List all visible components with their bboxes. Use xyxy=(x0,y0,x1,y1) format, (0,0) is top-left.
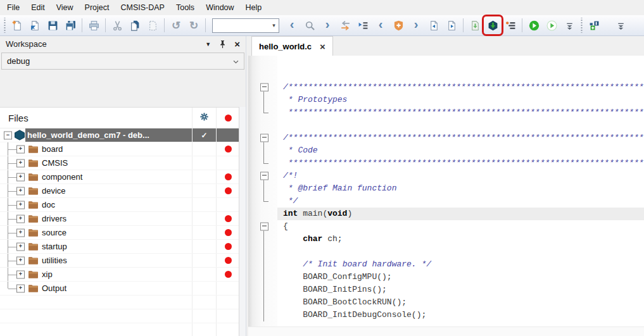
overflow-button[interactable] xyxy=(612,17,629,34)
print-button[interactable] xyxy=(85,17,102,34)
code-line-12[interactable]: { xyxy=(248,220,644,233)
redo-button[interactable]: ↻ xyxy=(186,17,202,34)
code-line-11[interactable]: int main(void) xyxy=(248,208,644,220)
next-bookmark-button[interactable]: › xyxy=(408,17,424,34)
expand-icon[interactable]: + xyxy=(16,228,25,237)
collapse-icon[interactable]: − xyxy=(4,131,12,139)
settings-column-header[interactable] xyxy=(192,108,216,128)
find-previous-button[interactable]: ‹ xyxy=(284,17,300,34)
code-view[interactable]: /***************************************… xyxy=(248,56,644,327)
fold-margin-cell[interactable] xyxy=(248,81,277,94)
menu-item-project[interactable]: Project xyxy=(79,1,115,14)
go-button[interactable] xyxy=(526,17,542,34)
download-and-debug-button[interactable] xyxy=(484,17,501,34)
menu-item-help[interactable]: Help xyxy=(240,1,268,14)
overflow-button[interactable] xyxy=(561,17,578,34)
fold-collapse-icon[interactable] xyxy=(260,223,268,231)
expand-icon[interactable]: + xyxy=(16,187,25,195)
code-line-5[interactable]: /***************************************… xyxy=(248,132,644,144)
code-line-16[interactable]: BOARD_ConfigMPU(); xyxy=(248,271,644,283)
next-bookmark-in-file-button[interactable] xyxy=(443,17,460,34)
code-line-2[interactable]: * Prototypes xyxy=(248,94,644,106)
code-line-8[interactable]: /*! xyxy=(248,170,644,182)
menu-item-cmsis-dap[interactable]: CMSIS-DAP xyxy=(115,1,170,14)
expand-icon[interactable]: + xyxy=(16,242,25,251)
tree-row-doc[interactable]: +doc xyxy=(0,198,239,212)
tree-row-drivers[interactable]: +drivers xyxy=(0,212,239,226)
fold-collapse-icon[interactable] xyxy=(260,134,268,142)
cut-button[interactable] xyxy=(109,17,125,34)
fold-margin-cell[interactable] xyxy=(248,220,277,233)
tree-row-source[interactable]: +source xyxy=(0,226,239,240)
find-next-button[interactable]: › xyxy=(319,17,336,34)
expand-icon[interactable]: + xyxy=(16,159,25,167)
copy-button[interactable] xyxy=(127,17,143,34)
expand-icon[interactable]: + xyxy=(16,173,25,181)
code-line-10[interactable]: */ xyxy=(248,195,644,208)
code-line-4[interactable] xyxy=(248,119,644,132)
tree-row-board[interactable]: +board xyxy=(0,142,239,156)
panel-menu-dropdown-icon[interactable]: ▼ xyxy=(205,41,211,47)
tree-row-xip[interactable]: +xip xyxy=(0,268,239,282)
code-line-6[interactable]: * Code xyxy=(248,144,644,157)
menu-item-window[interactable]: Window xyxy=(200,1,239,14)
expand-icon[interactable]: + xyxy=(16,215,25,223)
search-input[interactable] xyxy=(213,21,269,30)
code-line-19[interactable]: BOARD_InitDebugConsole(); xyxy=(248,309,644,321)
fold-margin-cell[interactable] xyxy=(248,132,277,144)
close-icon[interactable]: × xyxy=(234,39,240,49)
toolbar-gripper[interactable] xyxy=(580,18,583,33)
code-line-13[interactable]: char ch; xyxy=(248,233,644,246)
menu-item-file[interactable]: File xyxy=(1,1,25,14)
tree-row-component[interactable]: +component xyxy=(0,170,239,184)
fold-collapse-icon[interactable] xyxy=(260,84,268,92)
code-line-3[interactable]: ****************************************… xyxy=(248,106,644,119)
project-settings-cell[interactable]: ✓ xyxy=(192,128,216,142)
toolbar-gripper[interactable] xyxy=(3,18,6,33)
configuration-dropdown[interactable]: debug xyxy=(1,53,244,70)
fold-margin-cell[interactable] xyxy=(248,170,277,182)
expand-icon[interactable]: + xyxy=(16,284,25,292)
code-line-1[interactable]: /***************************************… xyxy=(248,81,644,94)
new-document-button[interactable] xyxy=(9,17,25,34)
previous-bookmark-button[interactable]: ‹ xyxy=(372,17,389,34)
expand-icon[interactable]: + xyxy=(16,201,25,209)
download-button[interactable] xyxy=(467,17,483,34)
code-line-15[interactable]: /* Init board hardware. */ xyxy=(248,258,644,271)
tab-hello-world-c[interactable]: hello_world.c × xyxy=(251,36,333,56)
code-line-7[interactable]: ****************************************… xyxy=(248,157,644,170)
tree-row-output[interactable]: +Output xyxy=(0,282,239,296)
run-button[interactable] xyxy=(543,17,560,34)
menu-item-edit[interactable]: Edit xyxy=(25,1,51,14)
code-line-17[interactable]: BOARD_InitPins(); xyxy=(248,283,644,296)
status-column-header[interactable] xyxy=(216,108,239,128)
paste-button[interactable] xyxy=(144,17,161,34)
tree-row-project[interactable]: −hello_world_demo_cm7 - deb...✓ xyxy=(0,128,239,142)
combo-dropdown-icon[interactable]: ▾ xyxy=(269,23,279,28)
replace-button[interactable] xyxy=(337,17,353,34)
workspace-scrollbar[interactable] xyxy=(239,107,246,336)
toggle-bookmark-button[interactable] xyxy=(390,17,407,34)
debug-without-downloading-button[interactable] xyxy=(502,17,519,34)
expand-icon[interactable]: + xyxy=(16,145,25,153)
tree-row-startup[interactable]: +startup xyxy=(0,240,239,254)
tab-close-icon[interactable]: × xyxy=(320,42,325,51)
tree-row-cmsis[interactable]: +CMSIS xyxy=(0,156,239,170)
save-all-button[interactable] xyxy=(62,17,79,34)
expand-icon[interactable]: + xyxy=(16,256,25,264)
code-line-9[interactable]: * @brief Main function xyxy=(248,182,644,195)
menu-item-tools[interactable]: Tools xyxy=(170,1,200,14)
code-line-18[interactable]: BOARD_BootClockRUN(); xyxy=(248,296,644,309)
tree-row-device[interactable]: +device xyxy=(0,184,239,198)
open-document-button[interactable] xyxy=(27,17,43,34)
menu-item-view[interactable]: View xyxy=(51,1,79,14)
batch-build-button[interactable] xyxy=(586,17,602,34)
fold-collapse-icon[interactable] xyxy=(260,172,268,180)
save-button[interactable] xyxy=(44,17,61,34)
undo-button[interactable]: ↺ xyxy=(168,17,184,34)
find-button[interactable] xyxy=(301,17,318,34)
expand-icon[interactable]: + xyxy=(16,270,25,278)
search-combo[interactable]: ▾ xyxy=(212,18,279,33)
pin-icon[interactable] xyxy=(219,40,226,49)
previous-bookmark-in-file-button[interactable] xyxy=(426,17,442,34)
